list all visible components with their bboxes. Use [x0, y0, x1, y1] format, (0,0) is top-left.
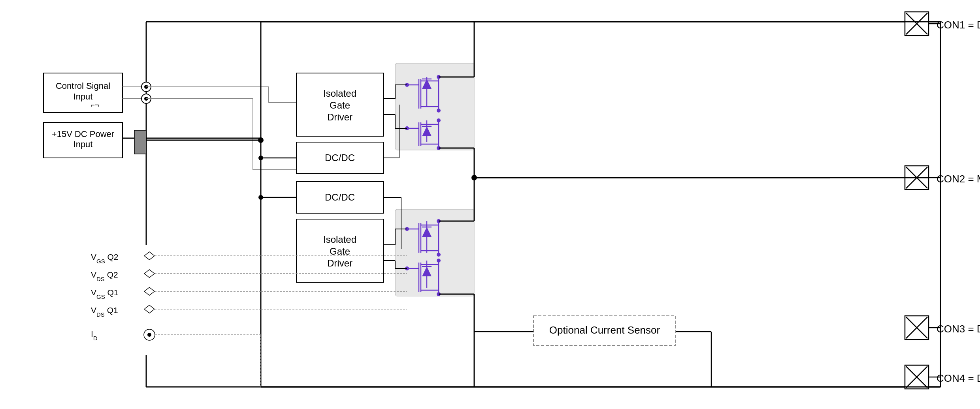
- con2-label: CON2 = MIDPOINT: [937, 173, 980, 185]
- svg-text:Driver: Driver: [327, 258, 352, 268]
- svg-point-97: [437, 259, 441, 263]
- con3-label: CON3 = DC-: [937, 323, 980, 335]
- svg-point-61: [437, 109, 441, 113]
- svg-text:Input: Input: [74, 92, 93, 101]
- diagram-container: Control Signal Input ⌐¬ +15V DC Power In…: [0, 0, 980, 409]
- svg-text:Optional Current Sensor: Optional Current Sensor: [549, 324, 660, 336]
- svg-text:DC/DC: DC/DC: [325, 192, 355, 203]
- svg-rect-75: [395, 209, 474, 296]
- svg-text:DC/DC: DC/DC: [325, 152, 355, 163]
- svg-point-194: [258, 156, 263, 160]
- con4-label: CON4 = DC-: [937, 372, 980, 384]
- svg-rect-27: [134, 130, 146, 154]
- con1-label: CON1 = DC+: [937, 19, 980, 31]
- svg-text:⌐¬: ⌐¬: [90, 101, 99, 109]
- svg-text:Gate: Gate: [330, 246, 350, 257]
- svg-text:+15V DC Power: +15V DC Power: [52, 129, 114, 139]
- svg-text:Gate: Gate: [330, 100, 350, 111]
- svg-text:Driver: Driver: [327, 112, 352, 122]
- svg-text:Input: Input: [74, 139, 93, 149]
- svg-rect-168: [0, 245, 158, 355]
- svg-text:Isolated: Isolated: [323, 234, 356, 245]
- svg-point-86: [437, 253, 441, 257]
- svg-text:Isolated: Isolated: [323, 88, 356, 99]
- svg-point-72: [437, 118, 441, 122]
- svg-point-195: [258, 195, 263, 200]
- svg-point-183: [147, 333, 151, 337]
- control-signal-label: Control Signal: [56, 81, 110, 91]
